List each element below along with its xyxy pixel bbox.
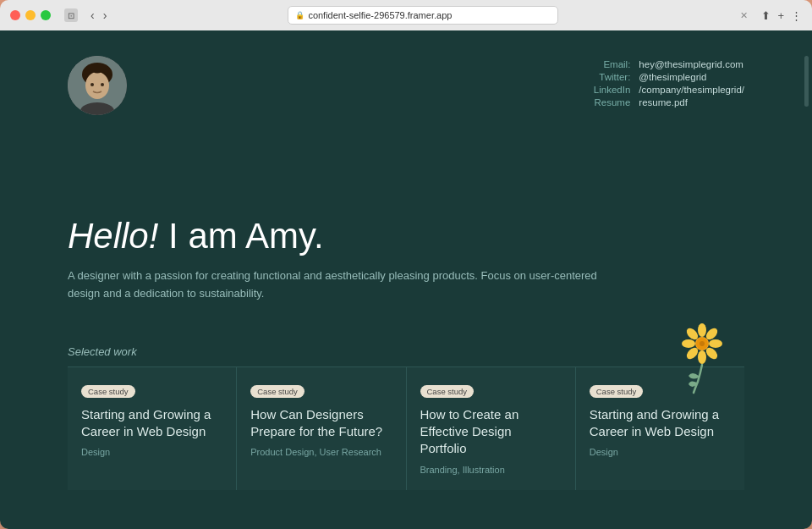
hero-title-italic: Hello! bbox=[68, 216, 158, 256]
titlebar: ⊡ ‹ › 🔒 confident-selfie-296579.framer.a… bbox=[0, 0, 812, 30]
email-value[interactable]: hey@thesimplegrid.com bbox=[639, 59, 743, 69]
resume-label: Resume bbox=[584, 97, 630, 107]
close-button[interactable] bbox=[10, 10, 20, 20]
svg-point-9 bbox=[682, 339, 695, 348]
email-label: Email: bbox=[584, 59, 630, 69]
card-tags: Product Design, User Research bbox=[250, 447, 392, 457]
browser-window: ⊡ ‹ › 🔒 confident-selfie-296579.framer.a… bbox=[0, 0, 812, 529]
site-header: Email: hey@thesimplegrid.com Twitter: @t… bbox=[68, 56, 744, 115]
close-tab-button[interactable]: ✕ bbox=[740, 10, 748, 21]
site-inner: Email: hey@thesimplegrid.com Twitter: @t… bbox=[0, 30, 812, 524]
section-label: Selected work bbox=[68, 345, 744, 367]
svg-point-2 bbox=[85, 72, 109, 99]
maximize-button[interactable] bbox=[41, 10, 51, 20]
svg-point-8 bbox=[698, 350, 706, 364]
card-item[interactable]: Case study How Can Designers Prepare for… bbox=[237, 367, 406, 490]
card-title: How to Create an Effective Design Portfo… bbox=[420, 406, 562, 458]
sidebar-button[interactable]: ⋮ bbox=[791, 9, 802, 22]
case-study-badge: Case study bbox=[250, 385, 304, 398]
avatar bbox=[68, 56, 127, 115]
svg-point-7 bbox=[698, 323, 706, 337]
contact-email-row: Email: hey@thesimplegrid.com bbox=[584, 59, 744, 69]
card-item[interactable]: Case study Starting and Growing a Career… bbox=[68, 367, 237, 490]
lock-icon: 🔒 bbox=[295, 11, 304, 19]
linkedin-label: LinkedIn bbox=[584, 85, 630, 95]
flower-decoration bbox=[677, 318, 727, 398]
tile-icon[interactable]: ⊡ bbox=[64, 8, 78, 22]
svg-point-4 bbox=[91, 83, 94, 86]
svg-point-5 bbox=[101, 83, 104, 86]
hero-section: Hello! I am Amy. A designer with a passi… bbox=[68, 217, 744, 303]
scrollbar[interactable] bbox=[804, 56, 809, 107]
site-content: Email: hey@thesimplegrid.com Twitter: @t… bbox=[0, 30, 812, 529]
minimize-button[interactable] bbox=[25, 10, 36, 20]
address-bar[interactable]: 🔒 confident-selfie-296579.framer.app bbox=[288, 6, 558, 25]
card-tags: Branding, Illustration bbox=[420, 465, 562, 475]
contact-resume-row: Resume resume.pdf bbox=[584, 97, 744, 107]
card-title: How Can Designers Prepare for the Future… bbox=[250, 406, 392, 441]
contact-info: Email: hey@thesimplegrid.com Twitter: @t… bbox=[584, 59, 744, 110]
forward-button[interactable]: › bbox=[101, 8, 110, 22]
window-controls: ⊡ bbox=[64, 8, 78, 22]
resume-value[interactable]: resume.pdf bbox=[639, 97, 688, 107]
card-title: Starting and Growing a Career in Web Des… bbox=[590, 406, 731, 441]
titlebar-right-buttons: ⬆ + ⋮ bbox=[761, 9, 802, 22]
svg-point-16 bbox=[700, 341, 705, 346]
svg-point-10 bbox=[709, 339, 722, 348]
card-item[interactable]: Case study How to Create an Effective De… bbox=[407, 367, 576, 490]
new-tab-button[interactable]: + bbox=[777, 9, 784, 22]
linkedin-value[interactable]: /company/thesimplegrid/ bbox=[639, 85, 744, 95]
twitter-value[interactable]: @thesimplegrid bbox=[639, 72, 706, 82]
back-button[interactable]: ‹ bbox=[88, 8, 97, 22]
card-tags: Design bbox=[590, 447, 731, 457]
hero-title: Hello! I am Amy. bbox=[68, 217, 744, 256]
twitter-label: Twitter: bbox=[584, 72, 630, 82]
traffic-lights bbox=[10, 10, 51, 20]
case-study-badge: Case study bbox=[590, 385, 644, 398]
card-title: Starting and Growing a Career in Web Des… bbox=[81, 406, 222, 441]
contact-linkedin-row: LinkedIn /company/thesimplegrid/ bbox=[584, 85, 744, 95]
selected-work-section: Selected work Case study Starting and Gr… bbox=[68, 345, 744, 490]
case-study-badge: Case study bbox=[420, 385, 475, 398]
case-study-badge: Case study bbox=[81, 385, 135, 398]
addressbar-wrap: 🔒 confident-selfie-296579.framer.app bbox=[116, 6, 730, 25]
url-text: confident-selfie-296579.framer.app bbox=[308, 10, 452, 20]
contact-twitter-row: Twitter: @thesimplegrid bbox=[584, 72, 744, 82]
card-tags: Design bbox=[81, 447, 222, 457]
share-button[interactable]: ⬆ bbox=[761, 9, 771, 22]
nav-arrows: ‹ › bbox=[88, 8, 109, 22]
cards-row: Case study Starting and Growing a Career… bbox=[68, 367, 744, 490]
hero-title-normal: I am Amy. bbox=[158, 216, 323, 256]
hero-subtitle: A designer with a passion for creating f… bbox=[68, 267, 617, 303]
